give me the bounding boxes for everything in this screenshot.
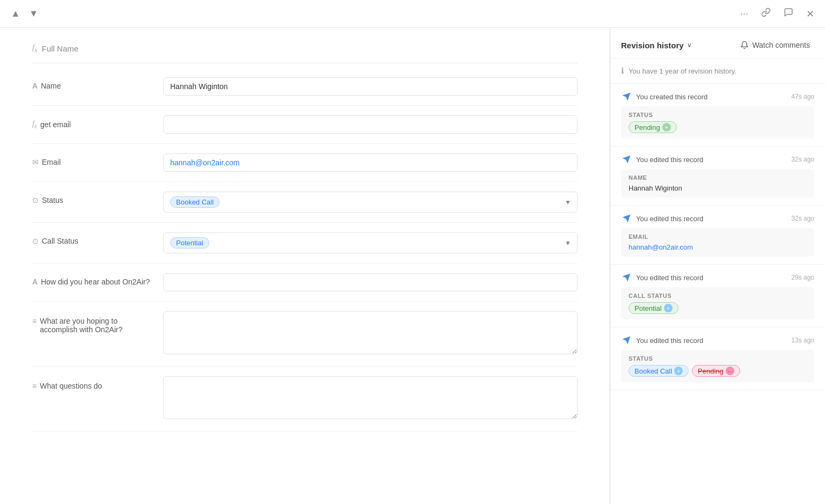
send-icon-4 bbox=[621, 272, 632, 283]
main-layout: fx Full Name A Name fx get email bbox=[0, 28, 825, 504]
questions-textarea[interactable] bbox=[163, 376, 578, 419]
revision-action-2: You edited this record bbox=[636, 156, 703, 164]
send-icon-1 bbox=[621, 91, 632, 102]
call-status-icon: ⊙ bbox=[32, 237, 39, 245]
send-icon-3 bbox=[621, 213, 632, 224]
revision-chevron-icon[interactable]: ∨ bbox=[687, 41, 692, 49]
email-label: ✉ Email bbox=[32, 154, 150, 166]
accomplish-label-text: What are you hoping to accomplish with O… bbox=[40, 317, 150, 334]
accomplish-control bbox=[163, 311, 578, 356]
revision-field-block-2: NAME Hannah Wiginton bbox=[621, 169, 814, 198]
send-icon-5 bbox=[621, 335, 632, 346]
bell-icon bbox=[740, 41, 749, 49]
topbar-nav: ▲ ▼ bbox=[9, 6, 41, 21]
name-label: A Name bbox=[32, 77, 150, 90]
email-control bbox=[163, 154, 578, 172]
get-email-row: fx get email bbox=[32, 106, 578, 144]
topbar: ▲ ▼ ··· ✕ bbox=[0, 0, 825, 28]
email-input[interactable] bbox=[163, 154, 578, 172]
watch-comments-button[interactable]: Watch comments bbox=[736, 39, 814, 52]
revision-field-value-4: Potential + bbox=[629, 302, 807, 314]
full-name-header: fx Full Name bbox=[32, 28, 578, 63]
revision-panel: Revision history ∨ Watch comments ℹ You … bbox=[610, 28, 825, 504]
nav-up-icon[interactable]: ▲ bbox=[9, 6, 23, 21]
name-row: A Name bbox=[32, 68, 578, 106]
pending-badge: Pending + bbox=[629, 121, 677, 133]
call-status-label: ⊙ Call Status bbox=[32, 232, 150, 245]
hear-input[interactable] bbox=[163, 273, 578, 291]
link-icon[interactable] bbox=[759, 5, 773, 22]
comment-icon[interactable] bbox=[782, 5, 795, 22]
get-email-control bbox=[163, 115, 578, 134]
status-badge: Booked Call bbox=[170, 196, 220, 208]
revision-action-3: You edited this record bbox=[636, 215, 703, 223]
get-email-label-text: get email bbox=[40, 120, 71, 129]
hear-label-text: How did you hear about On2Air? bbox=[41, 277, 150, 286]
call-status-select-display[interactable]: Potential bbox=[163, 232, 578, 253]
accomplish-icon: ≡ bbox=[32, 317, 36, 325]
revision-time-3: 32s ago bbox=[791, 215, 814, 222]
revision-action-5: You edited this record bbox=[636, 337, 703, 345]
call-status-label-text: Call Status bbox=[42, 237, 78, 245]
revision-entry-4-header: You edited this record 29s ago bbox=[621, 272, 814, 283]
revision-time-1: 47s ago bbox=[791, 93, 814, 100]
get-email-label: fx get email bbox=[32, 115, 150, 130]
call-status-select[interactable]: Potential ▼ bbox=[163, 232, 578, 253]
form-panel: fx Full Name A Name fx get email bbox=[0, 28, 610, 504]
revision-entry-3: You edited this record 32s ago EMAIL han… bbox=[610, 206, 825, 265]
formula-icon-2: fx bbox=[32, 120, 37, 130]
accomplish-row: ≡ What are you hoping to accomplish with… bbox=[32, 302, 578, 367]
close-icon[interactable]: ✕ bbox=[804, 6, 816, 22]
revision-entry-2-header: You edited this record 32s ago bbox=[621, 154, 814, 165]
watch-comments-label: Watch comments bbox=[752, 41, 810, 49]
revision-entry-3-left: You edited this record bbox=[621, 213, 703, 224]
get-email-input[interactable] bbox=[163, 115, 578, 134]
questions-icon: ≡ bbox=[32, 382, 36, 390]
plus-badge-4: + bbox=[664, 304, 673, 312]
status-select-display[interactable]: Booked Call bbox=[163, 192, 578, 213]
revision-field-value-1: Pending + bbox=[629, 121, 807, 133]
revision-entry-5: You edited this record 13s ago STATUS Bo… bbox=[610, 327, 825, 390]
revision-field-block-1: STATUS Pending + bbox=[621, 106, 814, 138]
revision-entry-2: You edited this record 32s ago NAME Hann… bbox=[610, 147, 825, 206]
accomplish-textarea[interactable] bbox=[163, 311, 578, 354]
revision-time-5: 13s ago bbox=[791, 337, 814, 344]
name-label-text: Name bbox=[41, 82, 61, 90]
more-icon[interactable]: ··· bbox=[738, 6, 750, 21]
questions-label: ≡ What questions do bbox=[32, 376, 150, 390]
info-icon: ℹ bbox=[621, 66, 624, 76]
revision-title: Revision history bbox=[621, 41, 684, 50]
text-icon: A bbox=[32, 82, 38, 90]
status-control: Booked Call ▼ bbox=[163, 192, 578, 213]
hear-row: A How did you hear about On2Air? bbox=[32, 264, 578, 302]
revision-field-label-2: NAME bbox=[629, 174, 807, 181]
accomplish-label: ≡ What are you hoping to accomplish with… bbox=[32, 311, 150, 334]
revision-info: ℹ You have 1 year of revision history. bbox=[610, 59, 825, 84]
revision-entry-4: You edited this record 29s ago CALL STAT… bbox=[610, 265, 825, 327]
revision-field-label-4: CALL STATUS bbox=[629, 293, 807, 299]
status-label-text: Status bbox=[42, 196, 63, 204]
revision-entry-5-left: You edited this record bbox=[621, 335, 703, 346]
revision-entry-1: You created this record 47s ago STATUS P… bbox=[610, 84, 825, 147]
questions-row: ≡ What questions do bbox=[32, 367, 578, 432]
revision-field-label-5: STATUS bbox=[629, 355, 807, 362]
call-status-badge: Potential bbox=[170, 237, 209, 249]
email-icon: ✉ bbox=[32, 158, 39, 166]
email-row: ✉ Email bbox=[32, 144, 578, 182]
revision-field-value-3: hannah@on2air.com bbox=[629, 243, 807, 251]
name-input[interactable] bbox=[163, 77, 578, 96]
revision-entry-1-left: You created this record bbox=[621, 91, 707, 102]
revision-entry-5-header: You edited this record 13s ago bbox=[621, 335, 814, 346]
revision-action-1: You created this record bbox=[636, 93, 707, 101]
name-control bbox=[163, 77, 578, 96]
status-select[interactable]: Booked Call ▼ bbox=[163, 192, 578, 213]
revision-time-4: 29s ago bbox=[791, 274, 814, 281]
pending-strikethrough-badge: Pending − bbox=[692, 365, 740, 377]
revision-entry-3-header: You edited this record 32s ago bbox=[621, 213, 814, 224]
revision-field-block-3: EMAIL hannah@on2air.com bbox=[621, 228, 814, 257]
revision-title-group: Revision history ∨ bbox=[621, 41, 692, 50]
call-status-row: ⊙ Call Status Potential ▼ bbox=[32, 223, 578, 264]
status-icon: ⊙ bbox=[32, 196, 39, 204]
nav-down-icon[interactable]: ▼ bbox=[27, 6, 41, 21]
topbar-actions: ··· ✕ bbox=[738, 5, 816, 22]
